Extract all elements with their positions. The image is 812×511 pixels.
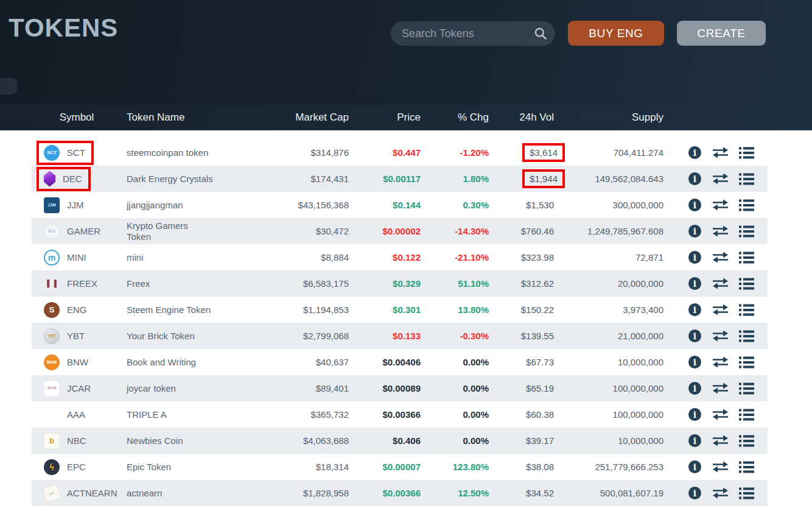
swap-icon[interactable] <box>712 199 729 211</box>
info-icon[interactable]: i <box>688 355 702 369</box>
swap-icon[interactable] <box>712 434 729 447</box>
volume-24h-cell: $3,614 <box>495 147 560 158</box>
token-symbol: JJM <box>67 200 84 210</box>
list-icon[interactable] <box>739 461 754 473</box>
volume-24h-value: $323.98 <box>521 252 554 263</box>
list-icon[interactable] <box>739 487 754 499</box>
svg-text:i: i <box>693 305 696 315</box>
list-icon[interactable] <box>739 409 754 421</box>
percent-change-value: -14.30% <box>427 226 495 236</box>
market-cap-value: $314,876 <box>237 147 355 158</box>
supply-value: 251,779,666.253 <box>560 462 670 472</box>
symbol-annotation-target: BNW BNW <box>44 354 88 370</box>
info-icon[interactable]: i <box>688 172 702 186</box>
list-icon[interactable] <box>739 147 754 159</box>
swap-icon[interactable] <box>712 303 729 316</box>
swap-icon[interactable] <box>712 172 729 185</box>
volume-24h-cell: $139.55 <box>495 331 560 341</box>
swap-icon[interactable] <box>712 225 729 238</box>
list-icon[interactable] <box>739 304 754 316</box>
table-row[interactable]: JJM JJM jjangjjangman $43,156,368 $0.144… <box>32 192 768 218</box>
swap-icon[interactable] <box>712 408 729 421</box>
info-icon[interactable]: i <box>688 250 702 264</box>
info-icon[interactable]: i <box>688 434 702 448</box>
swap-icon[interactable] <box>712 330 729 342</box>
table-row[interactable]: SCT SCT steemcoinpan token $314,876 $0.4… <box>32 139 768 166</box>
list-icon[interactable] <box>739 278 754 290</box>
token-name: Freex <box>122 278 237 289</box>
swap-icon[interactable] <box>712 146 729 159</box>
table-row[interactable]: b NBC Newbies Coin $4,063,688 $0.406 0.0… <box>32 428 768 454</box>
market-cap-value: $1,194,853 <box>237 305 355 315</box>
table-row[interactable]: KG GAMER Krypto Gamers Token $30,472 $0.… <box>32 218 768 244</box>
row-actions: i <box>670 486 768 500</box>
table-row[interactable]: ϟ EPC Epic Token $18,314 $0.00007 123.80… <box>32 454 768 480</box>
info-icon[interactable]: i <box>688 381 702 395</box>
table-row[interactable]: act ACTNEARN actnearn $1,828,958 $0.0036… <box>32 480 768 506</box>
symbol-annotation-target: JCAR JCAR <box>44 381 91 396</box>
symbol-annotation-target: AAA <box>44 407 85 423</box>
symbol-annotation-target: KG GAMER <box>44 224 100 239</box>
market-cap-value: $2,799,068 <box>237 331 355 341</box>
percent-change-value: 13.80% <box>427 305 495 315</box>
list-icon[interactable] <box>739 435 754 447</box>
token-name: Krypto Gamers Token <box>122 220 237 242</box>
search-icon[interactable] <box>534 27 547 40</box>
row-actions: i <box>670 434 768 448</box>
search-box[interactable] <box>391 21 555 46</box>
info-icon[interactable]: i <box>688 277 702 291</box>
eng-logo-icon: S <box>44 302 60 318</box>
info-icon[interactable]: i <box>688 198 702 212</box>
info-icon[interactable]: i <box>688 146 702 160</box>
volume-24h-cell: $38.08 <box>495 462 560 472</box>
token-name: Dark Energy Crystals <box>122 174 237 185</box>
svg-text:i: i <box>693 488 696 498</box>
table-row[interactable]: DEC Dark Energy Crystals $174,431 $0.001… <box>32 166 768 192</box>
column-header-supply: Supply <box>560 111 670 124</box>
list-icon[interactable] <box>739 330 754 342</box>
search-input[interactable] <box>391 27 534 40</box>
token-symbol: JCAR <box>67 383 91 393</box>
volume-24h-cell: $760.46 <box>495 226 560 236</box>
table-row[interactable]: JCAR JCAR joycar token $89,401 $0.00089 … <box>32 375 768 401</box>
list-icon[interactable] <box>739 173 754 185</box>
table-row[interactable]: BNW BNW Book and Writing $40,637 $0.0040… <box>32 349 768 375</box>
swap-icon[interactable] <box>712 487 729 499</box>
buy-eng-button[interactable]: BUY ENG <box>568 21 664 46</box>
symbol-cell: b NBC <box>32 433 122 449</box>
table-row[interactable]: ▌▐ FREEX Freex $6,583,175 $0.329 51.10% … <box>32 270 768 297</box>
list-icon[interactable] <box>739 382 754 395</box>
info-icon[interactable]: i <box>688 407 702 421</box>
swap-icon[interactable] <box>712 460 729 473</box>
mini-logo-icon: m <box>44 250 60 266</box>
info-icon[interactable]: i <box>688 303 702 317</box>
list-icon[interactable] <box>739 225 754 238</box>
price-value: $0.00406 <box>355 357 427 367</box>
table-row[interactable]: YBT YBT Your Brick Token $2,799,068 $0.1… <box>32 323 768 349</box>
table-row[interactable]: S ENG Steem Engine Token $1,194,853 $0.3… <box>32 297 768 323</box>
info-icon[interactable]: i <box>688 224 702 238</box>
token-name: actnearn <box>122 488 237 499</box>
info-icon[interactable]: i <box>688 460 702 474</box>
swap-icon[interactable] <box>712 277 729 290</box>
symbol-annotation-target: b NBC <box>44 433 86 449</box>
market-cap-value: $4,063,688 <box>237 435 355 446</box>
token-symbol: EPC <box>67 462 86 472</box>
list-icon[interactable] <box>739 199 754 211</box>
percent-change-value: 51.10% <box>427 278 495 289</box>
swap-icon[interactable] <box>712 251 729 264</box>
table-row[interactable]: AAA TRIPLE A $365,732 $0.00366 0.00% $60… <box>32 401 768 428</box>
volume-24h-value: $760.46 <box>521 226 554 236</box>
table-row[interactable]: m MINI mini $8,884 $0.122 -21.10% $323.9… <box>32 244 768 270</box>
swap-icon[interactable] <box>712 356 729 368</box>
create-button[interactable]: CREATE <box>677 21 766 46</box>
price-value: $0.00117 <box>355 174 427 184</box>
supply-value: 300,000,000 <box>560 200 670 210</box>
swap-icon[interactable] <box>712 382 729 395</box>
volume-24h-cell: $39.17 <box>495 435 560 446</box>
column-header-symbol: Symbol <box>32 111 122 124</box>
info-icon[interactable]: i <box>688 486 702 500</box>
list-icon[interactable] <box>739 252 754 264</box>
info-icon[interactable]: i <box>688 329 702 343</box>
list-icon[interactable] <box>739 356 754 368</box>
